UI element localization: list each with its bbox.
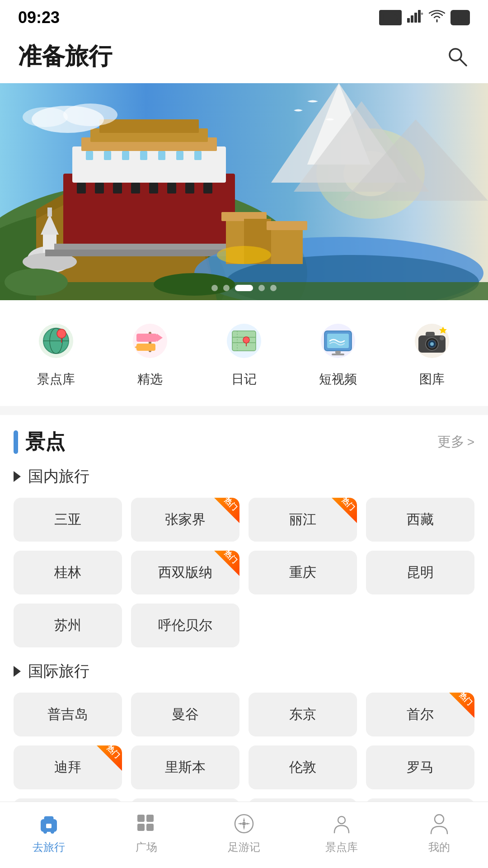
more-label: 更多 — [437, 433, 465, 451]
nav-mine[interactable]: 我的 — [390, 811, 488, 854]
svg-rect-38 — [122, 151, 129, 160]
international-label: 国际旅行 — [28, 661, 89, 682]
hot-badge-seoul: 热门 — [449, 693, 474, 718]
dest-lisbon[interactable]: 里斯本 — [131, 745, 239, 789]
dest-xizang[interactable]: 西藏 — [366, 498, 474, 542]
svg-rect-93 — [137, 815, 145, 822]
svg-rect-90 — [46, 824, 52, 828]
riji-icon — [221, 318, 267, 363]
hot-text-seoul: 热门 — [457, 693, 474, 708]
svg-point-52 — [217, 246, 271, 264]
dest-rome[interactable]: 罗马 — [366, 745, 474, 789]
nav-plaza-label: 广场 — [136, 840, 157, 854]
svg-rect-40 — [158, 151, 165, 160]
more-button[interactable]: 更多 > — [437, 433, 474, 451]
svg-rect-94 — [146, 815, 154, 822]
quick-item-jingdianciku[interactable]: 景点库 — [33, 318, 79, 388]
svg-rect-33 — [167, 183, 176, 193]
svg-rect-89 — [44, 816, 53, 821]
section-header: 景点 更多 > — [14, 429, 474, 455]
more-arrow: > — [467, 435, 474, 449]
status-bar: 09:23 HD + 45 — [0, 0, 488, 32]
hot-text: 热门 — [222, 498, 239, 513]
quick-item-duanshipin[interactable]: 短视频 — [315, 318, 361, 388]
svg-rect-24 — [72, 146, 226, 183]
domestic-section-title: 国内旅行 — [14, 466, 474, 487]
quick-item-riji[interactable]: 日记 — [221, 318, 267, 388]
tuku-icon — [409, 318, 455, 363]
section-title: 景点 — [25, 429, 65, 455]
travel-icon — [36, 811, 61, 836]
dest-kunming[interactable]: 昆明 — [366, 551, 474, 594]
jingxuan-icon — [127, 318, 173, 363]
svg-rect-27 — [99, 119, 199, 133]
svg-rect-28 — [77, 183, 86, 193]
svg-point-100 — [435, 815, 444, 824]
svg-rect-67 — [136, 334, 157, 342]
quick-item-jingxuan[interactable]: 精选 — [127, 318, 173, 388]
domestic-grid: 三亚 张家界 热门 丽江 热门 西藏 桂林 西双版纳 — [14, 498, 474, 594]
dest-phuket[interactable]: 普吉岛 — [14, 693, 122, 736]
svg-point-73 — [243, 337, 249, 343]
dot-4[interactable] — [258, 285, 265, 291]
svg-point-58 — [154, 273, 235, 296]
svg-rect-51 — [267, 221, 307, 230]
banner[interactable] — [0, 83, 488, 300]
hot-text-2: 热门 — [339, 498, 356, 513]
svg-rect-21 — [47, 208, 52, 217]
banner-image — [0, 83, 488, 300]
svg-point-57 — [5, 269, 68, 296]
international-triangle — [14, 666, 21, 677]
svg-line-6 — [460, 59, 466, 66]
tuku-label: 图库 — [419, 371, 445, 388]
dot-2[interactable] — [223, 285, 230, 291]
svg-point-92 — [51, 830, 54, 834]
dest-seoul[interactable]: 首尔 热门 — [366, 693, 474, 736]
international-grid-1: 普吉岛 曼谷 东京 首尔 热门 迪拜 热门 里斯本 — [14, 693, 474, 789]
svg-rect-78 — [335, 351, 341, 354]
nav-plaza[interactable]: 广场 — [98, 811, 195, 854]
svg-point-99 — [338, 816, 345, 824]
riji-label: 日记 — [231, 371, 257, 388]
international-section-title: 国际旅行 — [14, 661, 474, 682]
mine-icon — [427, 811, 452, 836]
duanshipin-label: 短视频 — [319, 371, 357, 388]
dot-3[interactable] — [235, 285, 253, 291]
svg-point-91 — [43, 830, 47, 834]
dest-suzhou[interactable]: 苏州 — [14, 604, 122, 647]
dest-xishuangbanna[interactable]: 西双版纳 热门 — [131, 551, 239, 594]
dest-dubai[interactable]: 迪拜 热门 — [14, 745, 122, 789]
dest-sanya[interactable]: 三亚 — [14, 498, 122, 542]
dest-chongqing[interactable]: 重庆 — [249, 551, 357, 594]
dest-tokyo[interactable]: 东京 — [249, 693, 357, 736]
dest-hulunbeier[interactable]: 呼伦贝尔 — [131, 604, 239, 647]
bottom-nav: 去旅行 广场 足游记 — [0, 802, 488, 868]
dest-lijiang[interactable]: 丽江 热门 — [249, 498, 357, 542]
hot-badge-2: 热门 — [332, 498, 357, 523]
svg-text:+: + — [421, 11, 423, 16]
svg-rect-36 — [86, 151, 93, 160]
dest-london[interactable]: 伦敦 — [249, 745, 357, 789]
svg-rect-85 — [426, 332, 435, 336]
svg-rect-95 — [137, 824, 145, 831]
dest-bangkok[interactable]: 曼谷 — [131, 693, 239, 736]
nav-spots[interactable]: 景点库 — [293, 811, 390, 854]
section-title-wrap: 景点 — [14, 429, 65, 455]
spots-icon — [329, 811, 354, 836]
nav-travel-label: 去旅行 — [33, 840, 65, 854]
quick-menu: 景点库 精选 — [0, 300, 488, 406]
svg-rect-34 — [185, 183, 194, 193]
svg-rect-31 — [131, 183, 140, 193]
nav-footlog[interactable]: 足游记 — [195, 811, 293, 854]
dot-1[interactable] — [211, 285, 218, 291]
dest-zhangjiajie[interactable]: 张家界 热门 — [131, 498, 239, 542]
banner-dots — [211, 285, 277, 291]
hot-text-dubai: 热门 — [104, 745, 121, 760]
search-button[interactable] — [445, 44, 470, 69]
dot-5[interactable] — [270, 285, 277, 291]
quick-item-tuku[interactable]: 图库 — [409, 318, 455, 388]
nav-travel[interactable]: 去旅行 — [0, 811, 98, 854]
svg-rect-39 — [140, 151, 147, 160]
dest-guilin[interactable]: 桂林 — [14, 551, 122, 594]
svg-point-98 — [242, 822, 246, 826]
